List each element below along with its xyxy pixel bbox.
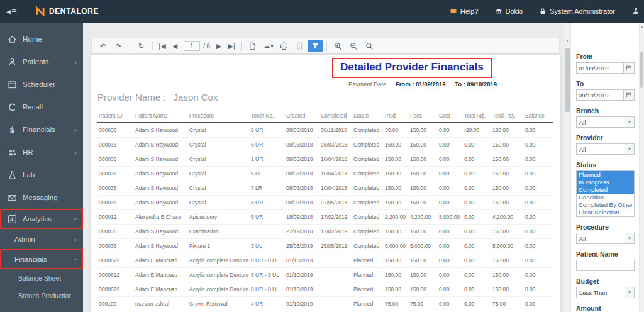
- scroll-up-icon[interactable]: ▲: [564, 39, 570, 43]
- main-scrollbar-thumb[interactable]: [565, 48, 570, 112]
- scroll-up-icon[interactable]: ▲: [640, 25, 644, 29]
- table-cell: Fixture 1: [188, 239, 250, 254]
- to-date-input[interactable]: [576, 89, 624, 101]
- table-cell: 000109: [97, 297, 134, 311]
- status-option-completed-by-other[interactable]: Completed By Other: [577, 201, 634, 209]
- sidebar-item-admin[interactable]: Admin ›: [0, 229, 83, 249]
- table-cell: 01/10/2019: [285, 297, 319, 311]
- bookmark-icon: [296, 42, 304, 50]
- table-cell: 17/02/2019: [319, 210, 352, 225]
- help-menu[interactable]: Help?: [450, 8, 479, 15]
- sidebar-item-branch-production[interactable]: Branch Production: [0, 287, 83, 304]
- from-label: From :: [396, 81, 414, 87]
- zoom-out-button[interactable]: [347, 40, 361, 52]
- last-page-button[interactable]: ▶|: [226, 40, 237, 52]
- sidebar-item-recall[interactable]: Recall: [0, 96, 83, 118]
- procedure-select[interactable]: All ▼: [576, 233, 635, 244]
- zoom-in-button[interactable]: [331, 40, 345, 52]
- undo-button[interactable]: ↶: [96, 40, 110, 52]
- sidebar-toggle-button[interactable]: ◂ ≡: [6, 6, 28, 16]
- patient-name-input[interactable]: [576, 260, 635, 271]
- panel-scrollbar[interactable]: ▲: [639, 23, 644, 312]
- table-row: 0000622Adam E MancusoAcrylic complete De…: [97, 282, 553, 297]
- sidebar-item-label: Lab: [23, 171, 35, 179]
- bookmarks-button[interactable]: [292, 40, 307, 52]
- column-header: Patient Name: [134, 111, 188, 123]
- table-cell: 150.00: [384, 181, 409, 196]
- download-button[interactable]: ☁▾: [261, 40, 275, 52]
- user-label: System Administrator: [550, 8, 615, 15]
- status-option-in-progress[interactable]: In Progress: [577, 179, 634, 186]
- table-cell: 150.00: [491, 282, 524, 297]
- table-cell: 08/11/2018: [319, 123, 352, 138]
- panel-scrollbar-thumb[interactable]: [640, 52, 643, 88]
- user-menu[interactable]: System Administrator: [539, 8, 615, 15]
- print-button[interactable]: [277, 40, 291, 52]
- user-avatar-icon[interactable]: [631, 6, 638, 16]
- table-cell: 150.00: [409, 152, 438, 167]
- table-cell: 150.00: [491, 167, 524, 181]
- sidebar-item-financials[interactable]: Financials ›: [0, 249, 83, 269]
- from-date-input[interactable]: [576, 62, 624, 74]
- to-calendar-button[interactable]: [624, 89, 635, 101]
- export-button[interactable]: [245, 40, 260, 52]
- table-cell: Completed: [352, 138, 384, 152]
- document-icon: [248, 42, 257, 50]
- chat-icon: [450, 8, 457, 15]
- separator: [326, 42, 327, 51]
- branch-select[interactable]: All ▼: [576, 116, 635, 128]
- table-cell: 150.00: [409, 282, 438, 297]
- table-cell: Completed: [352, 210, 384, 225]
- provider-select-value: All: [579, 146, 586, 153]
- table-cell: 150.00: [384, 138, 409, 152]
- sidebar-item-home[interactable]: Home: [0, 28, 83, 50]
- brand[interactable]: DENTALORE: [35, 6, 99, 16]
- status-option-clear-selection[interactable]: Clear Selection: [577, 209, 634, 216]
- sidebar-item-hr[interactable]: HR ›: [0, 141, 83, 164]
- sidebar-item-scheduler[interactable]: Scheduler: [0, 73, 83, 96]
- sidebar-item-lab[interactable]: Lab: [0, 164, 83, 186]
- refresh-button[interactable]: ↻: [134, 40, 148, 52]
- status-option-condition[interactable]: Condition: [577, 194, 634, 201]
- page-number-input[interactable]: [184, 41, 200, 51]
- report-toolbar: ↶ ↷ ↻ |◀ ◀ / 6 ▶ ▶| ☁▾: [91, 38, 560, 54]
- payment-date-line: Payment Date From : 01/09/2019 To : 09/1…: [348, 81, 497, 87]
- status-option-planned[interactable]: Planned: [577, 171, 634, 179]
- provider-select[interactable]: All ▼: [576, 143, 635, 155]
- table-cell: 75.00: [409, 297, 438, 311]
- table-row: 000036Adam S HaywoodCrystal8 UR08/03/201…: [97, 196, 553, 210]
- table-header-row: Patient IDPatient NameProcedureTooth No.…: [97, 111, 553, 123]
- sidebar-item-analytics[interactable]: Analytics ›: [0, 209, 83, 229]
- table-cell: 0.00: [438, 123, 463, 138]
- table-cell: Completed: [352, 167, 384, 181]
- sidebar-item-messaging[interactable]: Messaging: [0, 186, 83, 209]
- table-cell: 150.00: [409, 225, 438, 239]
- search-button[interactable]: [362, 40, 377, 52]
- table-cell: 08/03/2018: [285, 181, 319, 196]
- budget-select[interactable]: Less Than ▼: [576, 287, 635, 298]
- main-scrollbar[interactable]: ▲: [564, 23, 570, 312]
- table-cell: 150.00: [409, 181, 438, 196]
- sidebar-item-balance-sheet[interactable]: Balance Sheet: [0, 269, 83, 287]
- table-cell: 150.00: [384, 167, 409, 181]
- table-cell: 5,000.00: [384, 239, 409, 254]
- table-cell: Completed: [352, 225, 384, 239]
- table-cell: 0.00: [463, 196, 491, 210]
- prev-page-button[interactable]: ◀: [169, 40, 180, 52]
- from-calendar-button[interactable]: [624, 62, 635, 74]
- procedure-select-value: All: [579, 235, 586, 242]
- table-cell: 000036: [97, 138, 134, 152]
- redo-button[interactable]: ↷: [111, 40, 126, 52]
- table-cell: 8 UR - 8 UL: [250, 254, 285, 268]
- table-cell: 4 UR: [250, 297, 285, 311]
- column-header: Status: [352, 111, 384, 123]
- filter-button[interactable]: [308, 40, 323, 52]
- sidebar-item-financials[interactable]: $ Financials ›: [0, 118, 83, 141]
- first-page-button[interactable]: |◀: [157, 40, 168, 52]
- dokki-menu[interactable]: Dokki: [495, 8, 523, 15]
- from-value: 01/09/2019: [416, 81, 446, 87]
- column-header: Balance: [524, 111, 553, 123]
- next-page-button[interactable]: ▶: [213, 40, 225, 52]
- sidebar-item-patients[interactable]: Patients ›: [0, 50, 83, 73]
- status-option-completed[interactable]: Completed: [577, 186, 634, 194]
